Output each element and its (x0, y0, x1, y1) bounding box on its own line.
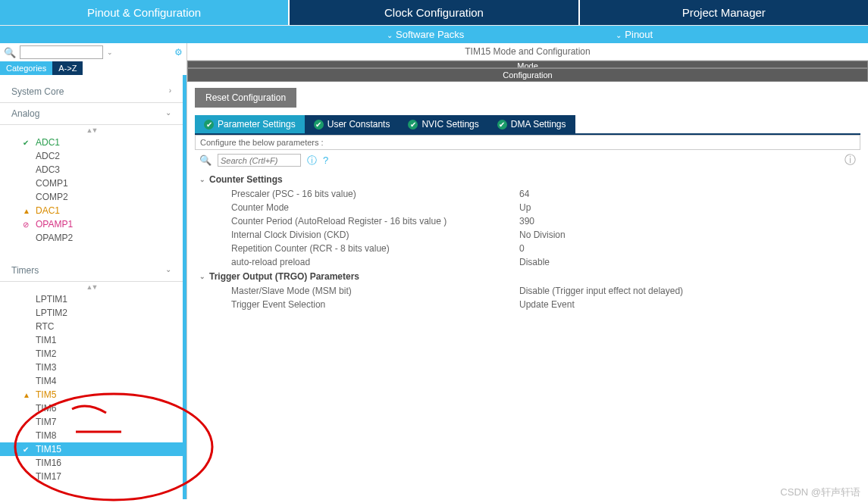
software-packs-menu[interactable]: Software Packs (387, 29, 464, 40)
section-timers[interactable]: Timers⌄ (0, 260, 183, 282)
group-counter-settings[interactable]: ⌄Counter Settings (199, 172, 856, 187)
search-icon: 🔍 (199, 155, 212, 166)
watermark: CSDN @轩声轩语 (780, 486, 860, 499)
chevron-down-icon (616, 29, 622, 40)
sidebar-item-opamp1[interactable]: ⊘OPAMP1 (0, 217, 183, 231)
sidebar-item-lptim1[interactable]: LPTIM1 (0, 292, 183, 306)
param-row[interactable]: Prescaler (PSC - 16 bits value)64 (199, 187, 856, 201)
sidebar-item-tim8[interactable]: TIM8 (0, 429, 183, 442)
sidebar-item-dac1[interactable]: ▲DAC1 (0, 204, 183, 217)
sidebar-item-tim7[interactable]: TIM7 (0, 415, 183, 429)
sidebar-item-comp1[interactable]: COMP1 (0, 177, 183, 190)
sidebar-item-opamp2[interactable]: OPAMP2 (0, 231, 183, 245)
sort-icon[interactable]: ▲▼ (0, 125, 183, 136)
warning-icon: ▲ (23, 391, 32, 399)
warning-icon: ▲ (23, 207, 32, 215)
section-analog[interactable]: Analog⌄ (0, 103, 183, 125)
main-title: TIM15 Mode and Configuration (187, 43, 868, 61)
pinout-menu[interactable]: Pinout (616, 29, 653, 40)
top-tab-bar: Pinout & Configuration Clock Configurati… (0, 0, 868, 26)
tab-project-manager[interactable]: Project Manager (580, 0, 868, 25)
configuration-header[interactable]: Configuration (187, 68, 868, 82)
tab-clock-config[interactable]: Clock Configuration (290, 0, 578, 25)
check-icon: ✔ (408, 120, 418, 130)
chevron-right-icon: › (169, 86, 171, 97)
section-system-core[interactable]: System Core› (0, 81, 183, 103)
sidebar-item-tim16[interactable]: TIM16 (0, 456, 183, 470)
sidebar-item-rtc[interactable]: RTC (0, 320, 183, 333)
chevron-down-icon (387, 29, 393, 40)
check-icon: ✔ (23, 139, 32, 147)
tab-dma-settings[interactable]: ✔DMA Settings (488, 115, 575, 133)
sidebar-item-adc3[interactable]: ADC3 (0, 163, 183, 177)
sidebar-tab-az[interactable]: A->Z (52, 61, 83, 75)
sort-icon[interactable]: ▲▼ (0, 282, 183, 292)
sidebar-item-tim5[interactable]: ▲TIM5 (0, 388, 183, 401)
tab-nvic-settings[interactable]: ✔NVIC Settings (399, 115, 487, 133)
sidebar-item-tim15[interactable]: ✔TIM15 (0, 442, 183, 456)
sidebar: 🔍 ⌄ ⚙ Categories A->Z System Core› Analo… (0, 43, 187, 499)
sidebar-item-comp2[interactable]: COMP2 (0, 190, 183, 204)
check-icon: ✔ (204, 120, 214, 130)
chevron-down-icon: ⌄ (199, 273, 205, 280)
sub-header: Software Packs Pinout (0, 26, 868, 43)
info-icon[interactable]: ⓘ (307, 154, 317, 167)
help-icon[interactable]: ? (323, 155, 328, 166)
info-gray-icon[interactable]: ⓘ (844, 153, 856, 167)
tab-pinout-config[interactable]: Pinout & Configuration (0, 0, 288, 25)
gear-icon[interactable]: ⚙ (174, 47, 183, 58)
param-row[interactable]: Internal Clock Division (CKD)No Division (199, 228, 856, 242)
dropdown-icon[interactable]: ⌄ (107, 48, 113, 56)
sidebar-item-tim17[interactable]: TIM17 (0, 470, 183, 483)
sidebar-item-adc1[interactable]: ✔ADC1 (0, 136, 183, 149)
sidebar-item-tim3[interactable]: TIM3 (0, 361, 183, 374)
mode-header[interactable]: Mode (187, 61, 868, 68)
param-row[interactable]: Counter Period (AutoReload Register - 16… (199, 214, 856, 228)
sidebar-item-tim2[interactable]: TIM2 (0, 347, 183, 361)
param-search-input[interactable] (218, 154, 301, 167)
configure-below-label: Configure the below parameters : (195, 135, 860, 150)
sidebar-item-tim1[interactable]: TIM1 (0, 333, 183, 347)
tab-parameter-settings[interactable]: ✔Parameter Settings (195, 115, 305, 133)
main-panel: TIM15 Mode and Configuration Mode Config… (187, 43, 868, 499)
param-row[interactable]: auto-reload preloadDisable (199, 255, 856, 269)
chevron-down-icon: ⌄ (165, 108, 171, 119)
disabled-icon: ⊘ (23, 220, 32, 229)
param-row[interactable]: Repetition Counter (RCR - 8 bits value)0 (199, 242, 856, 255)
sidebar-item-tim6[interactable]: TIM6 (0, 401, 183, 415)
reset-configuration-button[interactable]: Reset Configuration (195, 88, 296, 108)
search-icon: 🔍 (4, 47, 16, 58)
param-row[interactable]: Counter ModeUp (199, 201, 856, 214)
check-icon: ✔ (314, 120, 324, 130)
param-row[interactable]: Master/Slave Mode (MSM bit)Disable (Trig… (199, 284, 856, 298)
group-trgo-parameters[interactable]: ⌄Trigger Output (TRGO) Parameters (199, 269, 856, 284)
chevron-down-icon: ⌄ (165, 265, 171, 276)
sidebar-tab-categories[interactable]: Categories (0, 61, 52, 75)
check-icon: ✔ (497, 120, 507, 130)
sidebar-item-tim4[interactable]: TIM4 (0, 374, 183, 388)
chevron-down-icon: ⌄ (199, 176, 205, 183)
check-circle-icon: ✔ (23, 445, 32, 454)
sidebar-item-lptim2[interactable]: LPTIM2 (0, 306, 183, 320)
sidebar-item-adc2[interactable]: ADC2 (0, 149, 183, 163)
param-row[interactable]: Trigger Event SelectionUpdate Event (199, 298, 856, 311)
tab-user-constants[interactable]: ✔User Constants (305, 115, 400, 133)
sidebar-search-input[interactable] (20, 45, 103, 59)
